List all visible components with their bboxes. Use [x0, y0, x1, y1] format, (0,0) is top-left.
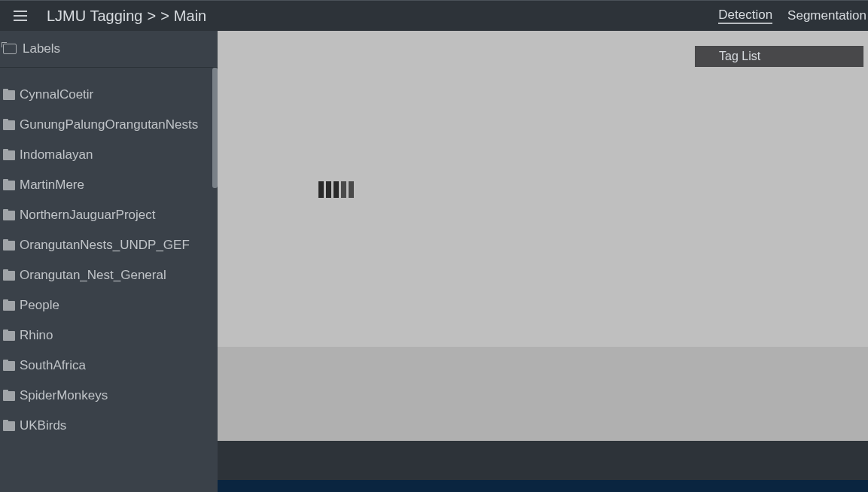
- folder-item-cynnalcoetir[interactable]: CynnalCoetir: [0, 80, 218, 110]
- folder-label: Indomalayan: [20, 147, 93, 162]
- folder-item-southafrica[interactable]: SouthAfrica: [0, 351, 218, 381]
- tab-segmentation[interactable]: Segmentation: [787, 8, 866, 23]
- folder-icon: [3, 391, 15, 401]
- tag-list-label: Tag List: [719, 50, 760, 63]
- app-header: LJMU Tagging > > Main Detection Segmenta…: [0, 0, 868, 31]
- loading-spinner-icon: [318, 181, 354, 198]
- folder-label: OrangutanNests_UNDP_GEF: [20, 238, 190, 253]
- folder-item-rhino[interactable]: Rhino: [0, 320, 218, 351]
- folder-item-spidermonkeys[interactable]: SpiderMonkeys: [0, 381, 218, 411]
- filmstrip-area[interactable]: [218, 347, 868, 441]
- breadcrumb-separator: >: [147, 8, 156, 25]
- folder-item-ukbirds[interactable]: UKBirds: [0, 411, 218, 441]
- folder-label: SpiderMonkeys: [20, 388, 108, 403]
- folder-item-orangutannests-undp[interactable]: OrangutanNests_UNDP_GEF: [0, 230, 218, 260]
- canvas-area[interactable]: Tag List: [218, 31, 868, 347]
- labels-icon: [3, 44, 17, 54]
- folder-item-people[interactable]: People: [0, 290, 218, 320]
- folder-icon: [3, 361, 15, 371]
- main-layout: Labels CynnalCoetir GunungPalungOranguta…: [0, 31, 868, 492]
- scrollbar-thumb[interactable]: [212, 68, 218, 188]
- app-title[interactable]: LJMU Tagging: [47, 8, 142, 25]
- folder-icon: [3, 331, 15, 341]
- folder-icon: [3, 211, 15, 220]
- hamburger-menu-icon[interactable]: [14, 7, 32, 25]
- folder-icon: [3, 120, 15, 130]
- folder-icon: [3, 421, 15, 431]
- folder-label: Orangutan_Nest_General: [20, 268, 166, 283]
- folder-icon: [3, 181, 15, 190]
- folder-label: CynnalCoetir: [20, 87, 93, 102]
- folder-item-northernjaguar[interactable]: NorthernJauguarProject: [0, 200, 218, 230]
- folder-list[interactable]: CynnalCoetir GunungPalungOrangutanNests …: [0, 68, 218, 441]
- bottom-toolbar: [218, 441, 868, 480]
- tab-detection[interactable]: Detection: [718, 8, 772, 24]
- folder-item-orangutan-nest-general[interactable]: Orangutan_Nest_General: [0, 260, 218, 290]
- tag-list-panel-header[interactable]: Tag List: [695, 46, 863, 67]
- folder-label: GunungPalungOrangutanNests: [20, 117, 198, 132]
- folder-label: People: [20, 298, 59, 313]
- breadcrumb: LJMU Tagging > > Main: [47, 8, 206, 25]
- folder-icon: [3, 150, 15, 160]
- folder-icon: [3, 90, 15, 100]
- folder-item-indomalayan[interactable]: Indomalayan: [0, 140, 218, 170]
- folder-item-martinmere[interactable]: MartinMere: [0, 170, 218, 200]
- footer-bar: [218, 480, 868, 492]
- folder-label: UKBirds: [20, 418, 66, 433]
- breadcrumb-current[interactable]: Main: [174, 8, 206, 25]
- sidebar: Labels CynnalCoetir GunungPalungOranguta…: [0, 31, 218, 492]
- folder-label: Rhino: [20, 328, 53, 343]
- mode-tabs: Detection Segmentation: [718, 1, 868, 31]
- folder-label: NorthernJauguarProject: [20, 208, 155, 223]
- labels-section-header[interactable]: Labels: [0, 31, 218, 68]
- folder-icon: [3, 241, 15, 251]
- folder-icon: [3, 271, 15, 281]
- folder-label: SouthAfrica: [20, 358, 86, 373]
- content-area: Tag List: [218, 31, 868, 492]
- labels-title: Labels: [23, 41, 60, 56]
- folder-label: MartinMere: [20, 178, 84, 193]
- folder-icon: [3, 301, 15, 311]
- folder-item-gunungpalung[interactable]: GunungPalungOrangutanNests: [0, 110, 218, 140]
- breadcrumb-separator: >: [160, 8, 169, 25]
